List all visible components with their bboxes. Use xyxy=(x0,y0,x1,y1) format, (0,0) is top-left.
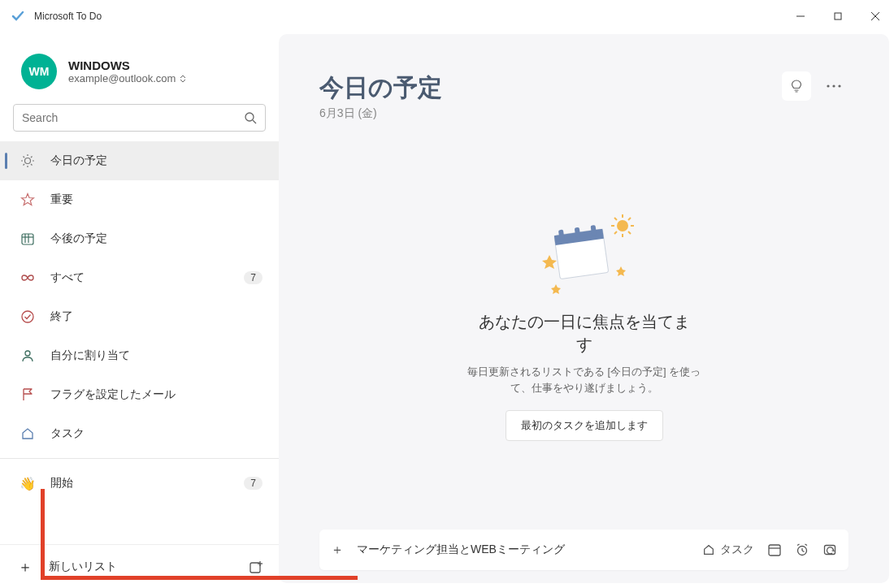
sun-icon xyxy=(20,153,36,169)
sidebar-item-assigned[interactable]: 自分に割り当て xyxy=(0,336,279,375)
svg-line-5 xyxy=(253,120,256,123)
svg-point-26 xyxy=(838,84,840,87)
app-icon xyxy=(11,10,24,23)
window-title: Microsoft To Do xyxy=(34,11,782,22)
title-bar: Microsoft To Do xyxy=(0,0,894,32)
account-name: WINDOWS xyxy=(68,58,187,72)
sidebar-item-label: 終了 xyxy=(50,309,73,324)
svg-rect-15 xyxy=(22,234,33,244)
main-panel: 今日の予定 6月3日 (金) xyxy=(279,34,889,583)
account-email: example@outlook.com xyxy=(68,72,187,84)
count-badge: 7 xyxy=(244,477,263,490)
search-input[interactable] xyxy=(22,111,244,124)
svg-rect-1 xyxy=(835,13,841,19)
due-date-button[interactable] xyxy=(767,543,782,557)
infinity-icon xyxy=(20,270,36,286)
sidebar-item-label: 開始 xyxy=(50,476,73,491)
sidebar-item-tasks[interactable]: タスク xyxy=(0,414,279,453)
svg-point-24 xyxy=(827,84,829,87)
svg-line-32 xyxy=(614,218,617,220)
count-badge: 7 xyxy=(244,271,263,284)
new-list-label: 新しいリスト xyxy=(49,560,117,574)
repeat-button[interactable] xyxy=(822,543,837,557)
svg-line-34 xyxy=(628,218,631,220)
new-group-icon[interactable] xyxy=(248,559,264,575)
svg-point-25 xyxy=(832,84,835,87)
search-box[interactable] xyxy=(13,104,266,132)
empty-state: あなたの一日に焦点を当てます 毎日更新されるリストである [今日の予定] を使っ… xyxy=(319,121,848,530)
sidebar-item-label: 今日の予定 xyxy=(50,153,107,168)
calendar-icon xyxy=(20,231,36,247)
svg-point-6 xyxy=(25,158,31,164)
sidebar-item-completed[interactable]: 終了 xyxy=(0,297,279,336)
ellipsis-icon xyxy=(827,84,841,88)
sidebar-item-label: 今後の予定 xyxy=(50,231,107,246)
sidebar-item-label: タスク xyxy=(50,426,85,441)
svg-line-45 xyxy=(802,551,805,552)
check-circle-icon xyxy=(20,309,36,325)
sidebar-item-label: 自分に割り当て xyxy=(50,348,130,363)
plus-icon: ＋ xyxy=(331,542,345,559)
add-task-input[interactable]: マーケティング担当とWEBミーティング xyxy=(357,543,702,557)
sidebar-item-all[interactable]: すべて 7 xyxy=(0,258,279,297)
sidebar-item-important[interactable]: 重要 xyxy=(0,180,279,219)
alarm-icon xyxy=(795,543,809,557)
svg-line-47 xyxy=(805,544,808,546)
suggestions-button[interactable] xyxy=(782,71,811,101)
sidebar: WM WINDOWS example@outlook.com 今日の予定 重要 xyxy=(0,32,279,588)
svg-line-46 xyxy=(797,544,800,546)
maximize-button[interactable] xyxy=(819,0,857,32)
sidebar-item-label: 重要 xyxy=(50,192,73,207)
home-icon xyxy=(20,426,36,442)
empty-description: 毎日更新されるリストである [今日の予定] を使って、仕事をやり遂げましょう。 xyxy=(462,364,706,396)
divider xyxy=(0,458,279,459)
search-icon xyxy=(244,111,257,124)
calendar-icon xyxy=(767,543,782,557)
lightbulb-icon xyxy=(789,79,804,93)
new-list-button[interactable]: ＋ 新しいリスト xyxy=(0,544,279,588)
empty-heading: あなたの一日に焦点を当てます xyxy=(479,310,690,356)
svg-point-20 xyxy=(25,351,30,356)
sidebar-item-planned[interactable]: 今後の予定 xyxy=(0,219,279,258)
sidebar-item-label: すべて xyxy=(50,270,85,285)
minimize-button[interactable] xyxy=(782,0,819,32)
svg-line-14 xyxy=(24,164,25,166)
sidebar-item-label: フラグを設定したメール xyxy=(50,387,176,402)
page-date: 6月3日 (金) xyxy=(319,106,442,121)
svg-line-11 xyxy=(24,157,25,158)
star-icon xyxy=(20,192,36,208)
svg-point-4 xyxy=(245,113,254,121)
chevron-updown-icon xyxy=(179,75,187,83)
svg-line-13 xyxy=(31,157,33,158)
sidebar-item-my-day[interactable]: 今日の予定 xyxy=(0,141,279,180)
repeat-icon xyxy=(822,543,837,557)
flag-icon xyxy=(20,387,36,403)
add-first-task-button[interactable]: 最初のタスクを追加します xyxy=(506,410,663,441)
home-icon xyxy=(702,543,715,556)
sidebar-item-flagged[interactable]: フラグを設定したメール xyxy=(0,375,279,414)
svg-line-33 xyxy=(628,231,631,234)
svg-rect-21 xyxy=(250,563,260,573)
page-title: 今日の予定 xyxy=(319,71,442,105)
svg-point-27 xyxy=(617,220,628,231)
list-picker[interactable]: タスク xyxy=(702,543,754,557)
person-icon xyxy=(20,348,36,364)
svg-line-35 xyxy=(614,231,617,234)
wave-icon: 👋 xyxy=(20,475,36,491)
more-button[interactable] xyxy=(819,71,848,101)
svg-line-12 xyxy=(31,164,33,166)
svg-point-19 xyxy=(22,311,33,322)
reminder-button[interactable] xyxy=(795,543,809,557)
close-button[interactable] xyxy=(857,0,894,32)
plus-icon: ＋ xyxy=(18,557,34,577)
sidebar-item-getting-started[interactable]: 👋 開始 7 xyxy=(0,464,279,503)
add-task-bar[interactable]: ＋ マーケティング担当とWEBミーティング タスク xyxy=(319,530,848,570)
account-switcher[interactable]: WM WINDOWS example@outlook.com xyxy=(0,49,279,104)
avatar: WM xyxy=(21,54,57,89)
svg-rect-41 xyxy=(769,545,780,556)
illustration xyxy=(523,210,645,299)
